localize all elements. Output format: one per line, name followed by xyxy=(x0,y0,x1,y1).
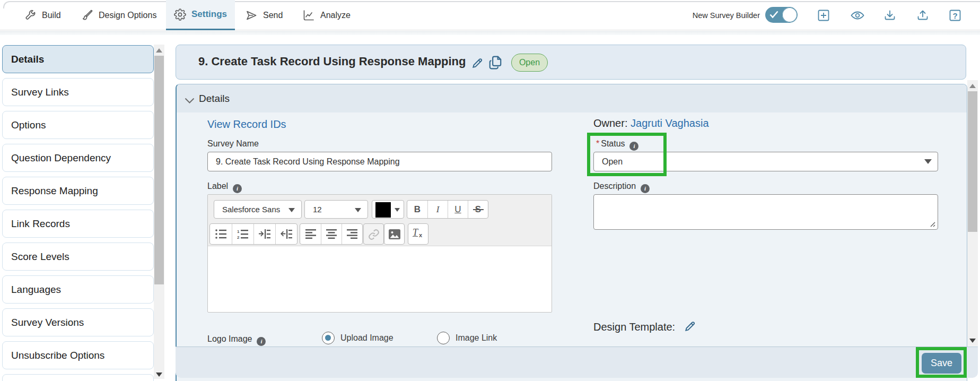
svg-text:1: 1 xyxy=(237,229,240,234)
svg-text:2: 2 xyxy=(237,235,240,239)
